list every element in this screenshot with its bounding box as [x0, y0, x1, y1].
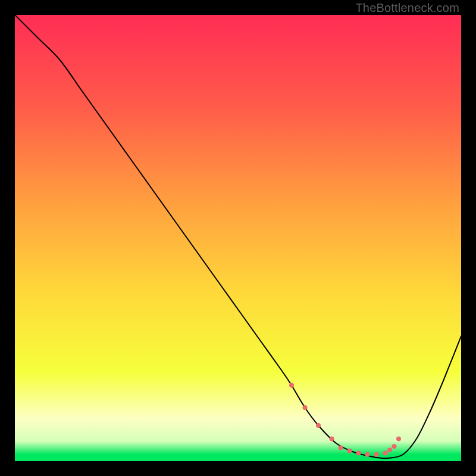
- background-gradient: [15, 15, 461, 461]
- plot-area: [15, 15, 461, 461]
- svg-rect-0: [15, 15, 461, 461]
- chart-stage: TheBottleneck.com: [0, 0, 476, 476]
- watermark-text: TheBottleneck.com: [355, 1, 459, 15]
